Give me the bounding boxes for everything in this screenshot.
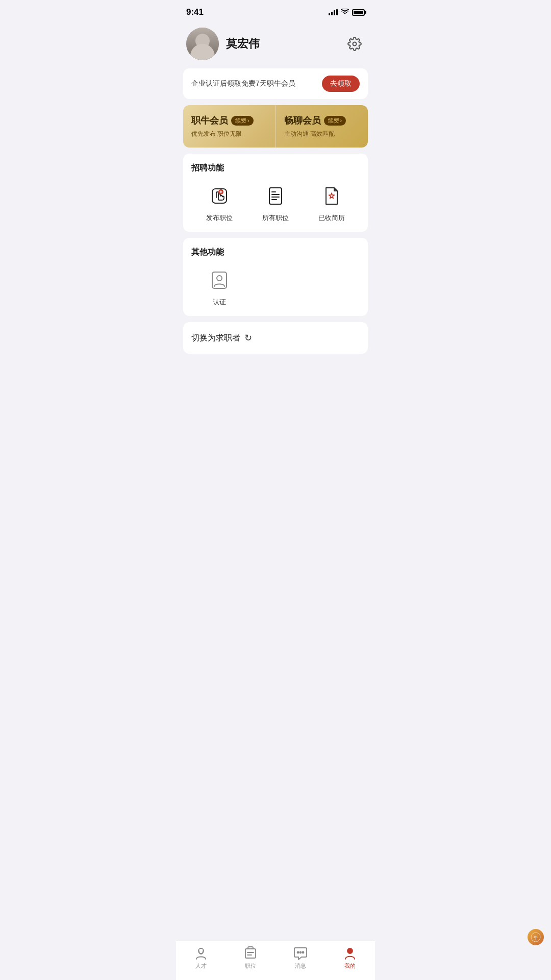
certification-item[interactable]: 认证 bbox=[191, 267, 247, 307]
certification-icon bbox=[206, 267, 233, 293]
wifi-icon bbox=[341, 8, 349, 16]
recruit-section-title: 招聘功能 bbox=[191, 163, 360, 174]
profile-name: 莫宏伟 bbox=[226, 36, 260, 52]
changliao-badge[interactable]: 续费 › bbox=[324, 116, 346, 126]
other-section-card: 其他功能 认证 bbox=[183, 238, 368, 316]
banner-button[interactable]: 去领取 bbox=[322, 76, 360, 92]
switch-role-text: 切换为求职者 bbox=[191, 333, 240, 344]
all-jobs-icon bbox=[262, 183, 289, 209]
other-function-grid: 认证 bbox=[191, 267, 360, 307]
avatar[interactable] bbox=[186, 28, 219, 60]
all-jobs-item[interactable]: 所有职位 bbox=[247, 183, 304, 223]
switch-role-icon: ↻ bbox=[244, 332, 252, 344]
signal-icon bbox=[329, 9, 338, 15]
received-resumes-label: 已收简历 bbox=[318, 213, 345, 223]
battery-icon bbox=[352, 9, 365, 16]
received-resumes-icon bbox=[318, 183, 345, 209]
changliao-subtitle: 主动沟通 高效匹配 bbox=[284, 130, 335, 138]
profile-header: 莫宏伟 bbox=[176, 21, 375, 68]
profile-left: 莫宏伟 bbox=[186, 28, 260, 60]
other-section-title: 其他功能 bbox=[191, 247, 360, 258]
status-bar: 9:41 bbox=[176, 0, 375, 21]
svg-rect-3 bbox=[269, 188, 282, 204]
svg-point-0 bbox=[353, 42, 357, 46]
zhiniuhuiyuan-section[interactable]: 职牛会员 续费 › 优先发布 职位无限 bbox=[183, 105, 276, 148]
publish-job-label: 发布职位 bbox=[206, 213, 233, 223]
zhiniuhuiyuan-subtitle: 优先发布 职位无限 bbox=[191, 130, 242, 138]
settings-button[interactable] bbox=[344, 34, 365, 54]
zhiniuhuiyuan-badge[interactable]: 续费 › bbox=[231, 116, 254, 126]
all-jobs-label: 所有职位 bbox=[262, 213, 289, 223]
status-icons bbox=[329, 8, 365, 16]
switch-role-card[interactable]: 切换为求职者 ↻ bbox=[183, 322, 368, 354]
status-time: 9:41 bbox=[186, 7, 204, 17]
zhiniuhuiyuan-title: 职牛会员 bbox=[191, 114, 228, 127]
recruit-section-card: 招聘功能 发布职位 bbox=[183, 154, 368, 232]
received-resumes-item[interactable]: 已收简历 bbox=[304, 183, 360, 223]
publish-job-icon bbox=[206, 183, 233, 209]
changliao-title: 畅聊会员 bbox=[284, 114, 321, 127]
changliao-section[interactable]: 畅聊会员 续费 › 主动沟通 高效匹配 bbox=[276, 105, 368, 148]
certification-label: 认证 bbox=[213, 298, 226, 307]
banner-card: 企业认证后领取免费7天职牛会员 去领取 bbox=[183, 68, 368, 99]
membership-card: 职牛会员 续费 › 优先发布 职位无限 畅聊会员 续费 › 主动沟通 高效匹配 bbox=[183, 105, 368, 148]
banner-text: 企业认证后领取免费7天职牛会员 bbox=[191, 79, 295, 88]
recruit-function-grid: 发布职位 所有职位 bbox=[191, 183, 360, 223]
svg-point-9 bbox=[217, 276, 222, 281]
publish-job-item[interactable]: 发布职位 bbox=[191, 183, 247, 223]
